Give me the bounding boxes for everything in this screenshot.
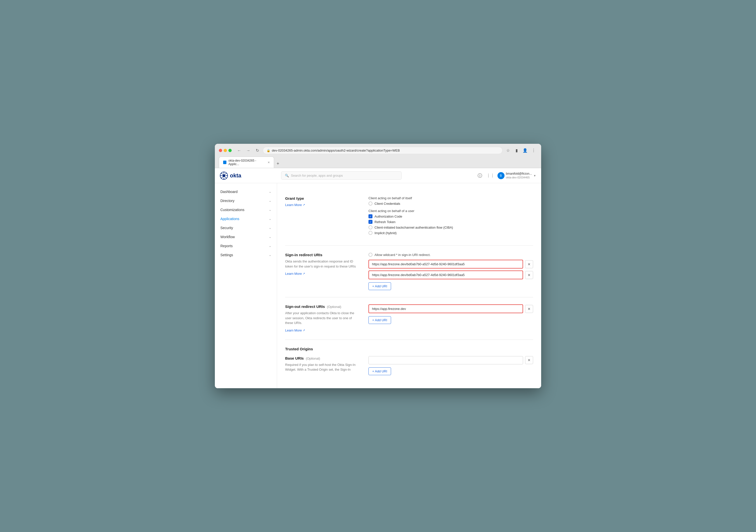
chevron-down-icon: ⌄ bbox=[269, 217, 271, 221]
learn-more-label: Learn More bbox=[285, 203, 302, 207]
trusted-origins-section: Trusted Origins Base URIs (Optional) Req… bbox=[285, 339, 533, 382]
sidebar-item-customizations[interactable]: Customizations ⌄ bbox=[215, 205, 277, 214]
allow-wildcard-label: Allow wildcard * in sign-in URI redirect… bbox=[374, 253, 430, 257]
remove-base-uri-1-button[interactable]: ✕ bbox=[525, 356, 533, 364]
radio-client-credentials[interactable] bbox=[368, 201, 372, 205]
logo-text: okta bbox=[230, 173, 241, 179]
close-button[interactable] bbox=[219, 149, 222, 152]
okta-logo-svg bbox=[220, 172, 228, 180]
add-signin-uri-label: + Add URI bbox=[372, 284, 387, 288]
external-link-icon: ↗ bbox=[303, 329, 305, 332]
sidebar-item-reports[interactable]: Reports ⌄ bbox=[215, 241, 277, 251]
split-view-button[interactable]: ▮ bbox=[513, 147, 520, 154]
address-bar[interactable]: 🔒 dev-02034265-admin.okta.com/admin/apps… bbox=[263, 147, 502, 154]
signout-optional-label: (Optional) bbox=[327, 305, 341, 309]
signin-learn-more[interactable]: Learn More ↗ bbox=[285, 272, 305, 276]
profile-button[interactable]: 👤 bbox=[522, 147, 528, 154]
auth-code-option[interactable]: ✓ Authorization Code bbox=[368, 214, 533, 218]
sidebar-label-workflow: Workflow bbox=[220, 235, 235, 239]
signin-learn-more-label: Learn More bbox=[285, 272, 302, 276]
base-uris-desc: Required if you plan to self-host the Ok… bbox=[285, 362, 361, 372]
base-uri-input-1[interactable] bbox=[368, 356, 523, 364]
radio-ciba[interactable] bbox=[368, 226, 372, 229]
remove-signout-uri-1-button[interactable]: ✕ bbox=[525, 305, 533, 313]
tab-favicon bbox=[223, 161, 227, 164]
user-chevron-icon: ▼ bbox=[533, 174, 536, 177]
implicit-option[interactable]: Implicit (hybrid) bbox=[368, 231, 533, 235]
browser-tab-active[interactable]: okta-dev-02034265 - Applic... ✕ bbox=[219, 157, 274, 168]
base-uri-row-1: ✕ bbox=[368, 356, 533, 364]
signin-uri-input-1[interactable] bbox=[368, 260, 523, 269]
signout-learn-more-label: Learn More bbox=[285, 329, 302, 332]
chevron-down-icon: ⌄ bbox=[269, 244, 271, 248]
sidebar-item-settings[interactable]: Settings ⌄ bbox=[215, 251, 277, 259]
signin-uri-input-2[interactable] bbox=[368, 271, 523, 279]
signin-redirect-desc: Okta sends the authentication response a… bbox=[285, 259, 361, 269]
lock-icon: 🔒 bbox=[267, 149, 270, 152]
okta-logo: okta bbox=[220, 172, 241, 180]
remove-signin-uri-1-button[interactable]: ✕ bbox=[525, 260, 533, 268]
signout-redirect-title: Sign-out redirect URIs (Optional) bbox=[285, 305, 361, 309]
ciba-label: Client-initiated backchannel authenticat… bbox=[374, 226, 453, 229]
back-button[interactable]: ← bbox=[236, 147, 243, 154]
signin-uri-row-1: ✕ bbox=[368, 260, 533, 269]
remove-signin-uri-2-button[interactable]: ✕ bbox=[525, 271, 533, 279]
bookmark-button[interactable]: ☆ bbox=[504, 147, 512, 154]
sidebar-item-workflow[interactable]: Workflow ⌄ bbox=[215, 232, 277, 241]
user-info[interactable]: B bmanifold@firzon... okta-dev-02034465 … bbox=[498, 172, 536, 179]
signout-redirect-section: Sign-out redirect URIs (Optional) After … bbox=[285, 297, 533, 339]
chevron-down-icon: ⌄ bbox=[269, 235, 271, 239]
signout-learn-more[interactable]: Learn More ↗ bbox=[285, 329, 305, 332]
tab-close-icon[interactable]: ✕ bbox=[268, 161, 270, 164]
radio-wildcard[interactable] bbox=[368, 253, 372, 257]
ciba-option[interactable]: Client-initiated backchannel authenticat… bbox=[368, 226, 533, 229]
signout-uri-row-1: ✕ bbox=[368, 305, 533, 313]
help-button[interactable]: ⓘ bbox=[476, 172, 483, 179]
add-base-uri-label: + Add URI bbox=[372, 369, 387, 373]
sidebar-item-applications[interactable]: Applications ⌄ bbox=[215, 214, 277, 223]
signin-uri-row-2: ✕ bbox=[368, 271, 533, 279]
tab-title: okta-dev-02034265 - Applic... bbox=[229, 159, 264, 166]
add-base-uri-button[interactable]: + Add URI bbox=[368, 367, 391, 375]
sidebar-item-directory[interactable]: Directory ⌄ bbox=[215, 196, 277, 205]
minimize-button[interactable] bbox=[224, 149, 227, 152]
sidebar-label-customizations: Customizations bbox=[220, 208, 244, 212]
grant-type-learn-more[interactable]: Learn More ↗ bbox=[285, 203, 305, 207]
add-signout-uri-label: + Add URI bbox=[372, 318, 387, 322]
chevron-down-icon: ⌄ bbox=[269, 253, 271, 257]
client-credentials-option[interactable]: Client Credentials bbox=[368, 201, 533, 205]
app-body: Dashboard ⌄ Directory ⌄ Customizations ⌄… bbox=[215, 183, 541, 388]
base-uris-title: Base URIs (Optional) bbox=[285, 356, 361, 360]
external-link-icon: ↗ bbox=[303, 203, 305, 206]
chevron-down-icon: ⌄ bbox=[269, 190, 271, 194]
sidebar-label-reports: Reports bbox=[220, 244, 233, 248]
sidebar-label-applications: Applications bbox=[220, 217, 239, 221]
apps-grid-button[interactable]: ⋮⋮ bbox=[487, 172, 494, 179]
user-org: okta-dev-02034465 bbox=[506, 176, 532, 179]
topnav-right: ⓘ ⋮⋮ B bmanifold@firzon... okta-dev-0203… bbox=[476, 172, 536, 179]
client-itself-label: Client acting on behalf of itself bbox=[368, 196, 533, 200]
implicit-label: Implicit (hybrid) bbox=[374, 231, 396, 235]
checkbox-auth-code[interactable]: ✓ bbox=[368, 214, 372, 218]
main-content: Grant type Learn More ↗ Client acting on… bbox=[277, 183, 541, 388]
maximize-button[interactable] bbox=[229, 149, 232, 152]
refresh-token-option[interactable]: ✓ Refresh Token bbox=[368, 220, 533, 224]
refresh-button[interactable]: ↻ bbox=[254, 147, 261, 154]
forward-button[interactable]: → bbox=[245, 147, 252, 154]
checkbox-refresh-token[interactable]: ✓ bbox=[368, 220, 372, 224]
menu-button[interactable]: ⋮ bbox=[530, 147, 537, 154]
sidebar-item-dashboard[interactable]: Dashboard ⌄ bbox=[215, 187, 277, 196]
signout-uri-input-1[interactable] bbox=[368, 305, 523, 313]
sidebar: Dashboard ⌄ Directory ⌄ Customizations ⌄… bbox=[215, 183, 277, 388]
auth-code-label: Authorization Code bbox=[374, 215, 402, 218]
radio-implicit[interactable] bbox=[368, 231, 372, 235]
refresh-token-label: Refresh Token bbox=[374, 220, 395, 224]
external-link-icon: ↗ bbox=[303, 272, 305, 275]
search-bar[interactable]: 🔍 Search for people, apps and groups bbox=[281, 172, 402, 180]
add-signout-uri-button[interactable]: + Add URI bbox=[368, 316, 391, 324]
sidebar-label-security: Security bbox=[220, 226, 233, 230]
sidebar-item-security[interactable]: Security ⌄ bbox=[215, 223, 277, 232]
new-tab-button[interactable]: + bbox=[274, 160, 282, 168]
add-signin-uri-button[interactable]: + Add URI bbox=[368, 282, 391, 290]
svg-line-7 bbox=[226, 177, 227, 178]
